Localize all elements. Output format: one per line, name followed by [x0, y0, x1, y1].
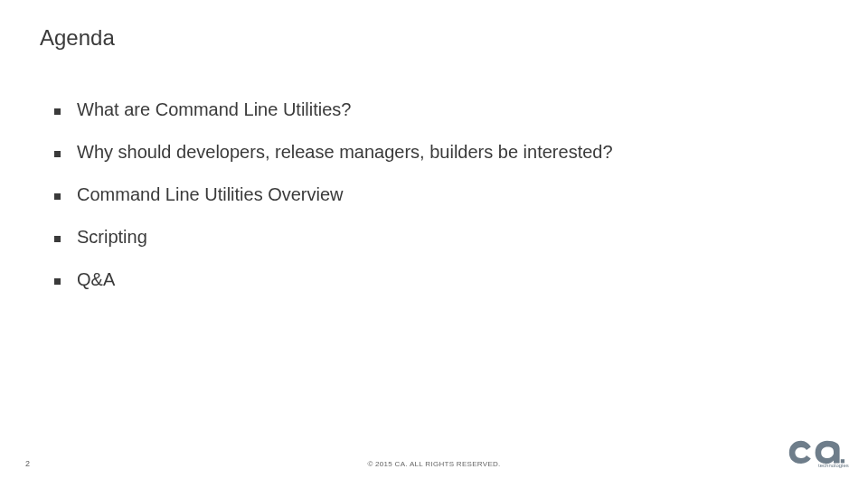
footer: 2 © 2015 CA. ALL RIGHTS RESERVED. techno…: [0, 445, 868, 472]
bullet-text: Scripting: [77, 227, 147, 248]
bullet-text: Q&A: [77, 269, 115, 290]
slide: Agenda What are Command Line Utilities? …: [0, 0, 868, 488]
list-item: Why should developers, release managers,…: [54, 142, 814, 163]
bullet-text: Command Line Utilities Overview: [77, 184, 344, 205]
logo-tagline: technologies: [818, 463, 849, 468]
ca-logo: technologies: [785, 437, 850, 468]
list-item: Scripting: [54, 227, 814, 248]
slide-title: Agenda: [40, 25, 115, 51]
bullet-text: What are Command Line Utilities?: [77, 99, 351, 120]
list-item: Command Line Utilities Overview: [54, 184, 814, 205]
copyright-text: © 2015 CA. ALL RIGHTS RESERVED.: [367, 460, 500, 468]
square-bullet-icon: [54, 236, 61, 242]
list-item: What are Command Line Utilities?: [54, 99, 814, 120]
square-bullet-icon: [54, 108, 61, 115]
square-bullet-icon: [54, 151, 61, 157]
bullet-list: What are Command Line Utilities? Why sho…: [54, 99, 814, 312]
page-number: 2: [25, 459, 30, 468]
list-item: Q&A: [54, 269, 814, 290]
bullet-text: Why should developers, release managers,…: [77, 142, 613, 163]
square-bullet-icon: [54, 278, 61, 285]
square-bullet-icon: [54, 193, 61, 200]
ca-logo-icon: technologies: [785, 437, 850, 468]
